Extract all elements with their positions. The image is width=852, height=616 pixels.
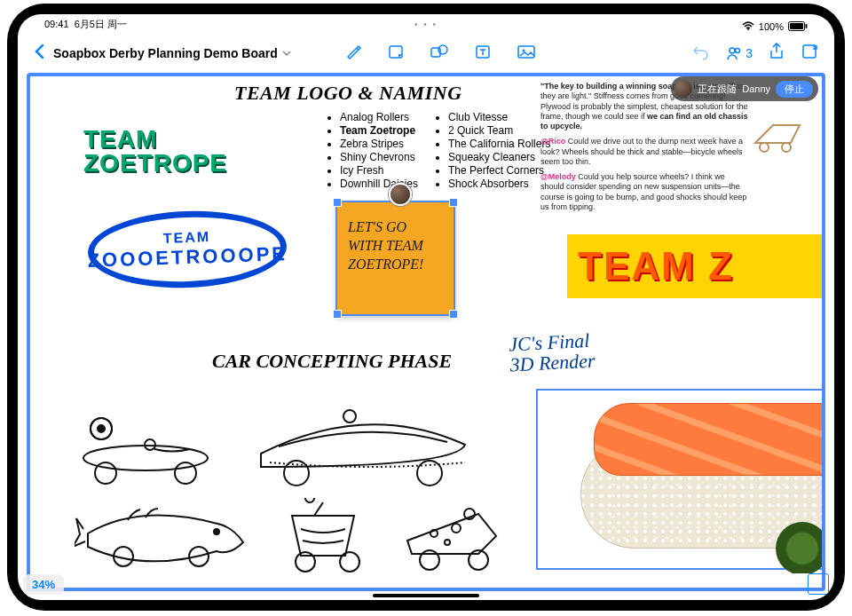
svg-point-28 xyxy=(340,552,359,572)
logo-blue-ring: TEAM ZOOOETROOOPE xyxy=(87,208,288,291)
ring-l2: ZOOOETROOOPE xyxy=(87,242,288,272)
follow-pill: 正在跟随 Danny 停止 xyxy=(671,76,818,101)
toolbar-right: 3 xyxy=(691,42,818,66)
svg-point-24 xyxy=(214,529,219,534)
multitask-dots-icon[interactable]: • • • xyxy=(414,20,438,29)
cart-doodle-icon xyxy=(751,112,804,156)
status-date: 6月5日 周一 xyxy=(75,19,127,29)
toolbar: Soapbox Derby Planning Demo Board xyxy=(18,37,834,69)
status-right: 100% xyxy=(742,18,808,36)
minimap-button[interactable] xyxy=(808,573,829,595)
svg-point-20 xyxy=(145,439,155,450)
svg-rect-12 xyxy=(803,45,816,58)
zoom-button[interactable]: 34% xyxy=(23,574,64,595)
new-board-button[interactable] xyxy=(801,43,818,65)
svg-point-23 xyxy=(343,410,356,423)
logo-green-l1: TEAM xyxy=(83,128,227,152)
follow-name: Danny xyxy=(742,83,770,94)
board-title: Soapbox Derby Planning Demo Board xyxy=(53,46,278,60)
name-options-col1: Analog RollersTeam ZoetropeZebra Stripes… xyxy=(326,110,418,191)
text-tool-icon[interactable] xyxy=(474,43,492,65)
heading-logo-naming: TEAM LOGO & NAMING xyxy=(234,82,462,105)
mention-rico[interactable]: @Rico xyxy=(540,137,565,146)
status-left: 09:41 6月5日 周一 xyxy=(44,18,127,36)
sticky-note-tool-icon[interactable] xyxy=(387,43,405,65)
logo-green-l2: ZOETROPE xyxy=(83,152,227,176)
home-indicator[interactable] xyxy=(373,594,479,597)
tool-group xyxy=(344,43,536,65)
name-option: The Perfect Corners xyxy=(448,164,550,177)
collaborator-cursor-avatar xyxy=(389,183,412,206)
mention-melody[interactable]: @Melody xyxy=(540,172,576,181)
name-options: Analog RollersTeam ZoetropeZebra Stripes… xyxy=(326,110,550,191)
name-option: Shiny Chevrons xyxy=(340,151,418,163)
name-option: Club Vitesse xyxy=(448,111,550,123)
svg-point-9 xyxy=(522,49,525,51)
board-title-dropdown[interactable]: Soapbox Derby Planning Demo Board xyxy=(53,46,291,60)
logo-orange: TEAM Z xyxy=(567,234,825,298)
collaborators-button[interactable]: 3 xyxy=(725,44,753,62)
media-tool-icon[interactable] xyxy=(517,43,536,65)
sushi-car-render xyxy=(554,360,825,573)
name-option: Team Zoetrope xyxy=(340,124,418,137)
screen: 09:41 6月5日 周一 • • • 100% Soapbox Derby P… xyxy=(18,14,834,600)
name-options-col2: Club Vitesse2 Quick TeamThe California R… xyxy=(434,110,550,191)
name-option: Zebra Stripes xyxy=(340,138,418,150)
svg-point-19 xyxy=(98,425,105,432)
name-option: Analog Rollers xyxy=(340,111,418,123)
battery-icon xyxy=(788,21,808,33)
car-sketches xyxy=(66,391,501,578)
svg-rect-2 xyxy=(790,23,803,29)
back-button[interactable] xyxy=(34,43,44,64)
svg-point-14 xyxy=(782,143,791,152)
chevron-down-icon xyxy=(282,49,291,59)
sticky-text: LET'S GO WITH TEAM ZOETROPE! xyxy=(348,219,423,272)
ipad-frame: 09:41 6月5日 周一 • • • 100% Soapbox Derby P… xyxy=(7,4,845,611)
share-button[interactable] xyxy=(769,42,785,66)
status-bar: 09:41 6月5日 周一 • • • 100% xyxy=(18,14,834,36)
board-canvas[interactable]: 正在跟随 Danny 停止 TEAM LOGO & NAMING TEAM ZO… xyxy=(27,73,825,591)
follow-avatar xyxy=(674,80,692,98)
name-option: Icy Fresh xyxy=(340,164,418,177)
svg-point-0 xyxy=(747,28,749,30)
svg-rect-3 xyxy=(806,24,808,28)
follow-status: 正在跟随 xyxy=(698,83,737,96)
undo-button[interactable] xyxy=(691,43,709,65)
name-option: Shock Absorbers xyxy=(448,178,550,190)
wifi-icon xyxy=(742,21,754,32)
status-time: 09:41 xyxy=(44,19,69,29)
svg-point-30 xyxy=(452,524,461,533)
svg-point-13 xyxy=(760,143,769,152)
svg-point-11 xyxy=(736,49,740,53)
name-option: 2 Quick Team xyxy=(448,124,550,137)
pen-tool-icon[interactable] xyxy=(344,43,362,65)
battery-text: 100% xyxy=(759,21,784,32)
svg-point-10 xyxy=(730,48,735,53)
svg-point-31 xyxy=(445,540,450,545)
svg-point-16 xyxy=(95,462,116,484)
name-option: Squeaky Cleaners xyxy=(448,151,550,163)
ring-l1: TEAM xyxy=(163,229,211,247)
follow-stop-button[interactable]: 停止 xyxy=(776,81,813,98)
research-text: "The key to building a winning soapbox i… xyxy=(540,82,749,212)
svg-point-17 xyxy=(175,462,196,484)
logo-green: TEAM ZOETROPE xyxy=(83,128,227,175)
heading-concepting: CAR CONCEPTING PHASE xyxy=(212,350,452,373)
sticky-note-selected[interactable]: LET'S GO WITH TEAM ZOETROPE! xyxy=(335,201,455,316)
name-option: The California Rollers xyxy=(448,138,550,150)
shape-tool-icon[interactable] xyxy=(430,43,449,65)
collab-count: 3 xyxy=(746,46,753,60)
